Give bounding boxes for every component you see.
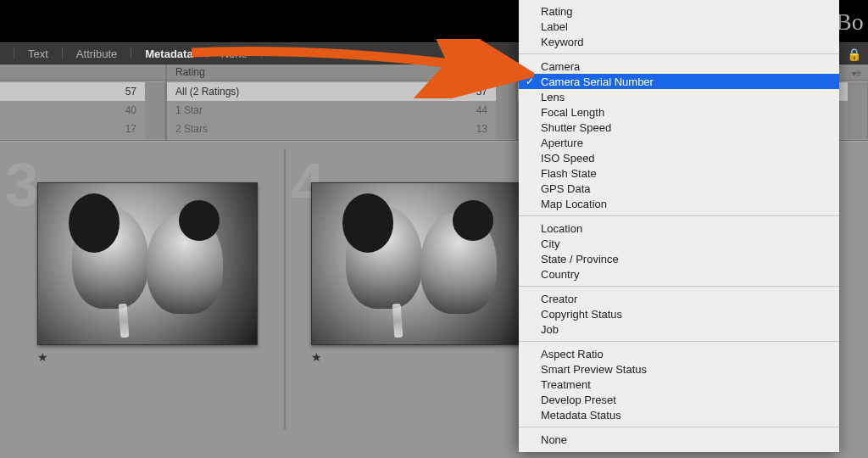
meta-col-rating: Rating All (2 Ratings)571 Star442 Stars1… (165, 64, 516, 140)
menu-item[interactable]: Metadata Status (519, 407, 839, 422)
row-label: 1 Star (175, 104, 460, 116)
rating-stars[interactable]: ★ (311, 350, 542, 364)
menu-item[interactable]: Label (519, 19, 839, 34)
menu-item[interactable]: City (519, 236, 839, 251)
filter-row[interactable]: 2 Stars13 (167, 120, 496, 138)
menu-separator (519, 427, 839, 427)
grid-cell[interactable]: 3 ★ (0, 148, 284, 429)
menu-item[interactable]: Focal Length (519, 104, 839, 120)
menu-item[interactable]: None (519, 432, 839, 447)
scrollbar-gutter[interactable] (145, 82, 165, 138)
menu-item[interactable]: Job (519, 321, 839, 337)
row-count: 40 (109, 104, 136, 116)
metadata-dropdown-menu: RatingLabelKeywordCameraCamera Serial Nu… (519, 0, 839, 452)
menu-item[interactable]: Flash State (519, 165, 839, 181)
row-count: 17 (109, 123, 136, 135)
rating-stars[interactable]: ★ (37, 350, 259, 364)
menu-item[interactable]: ISO Speed (519, 150, 839, 165)
filter-tab-metadata[interactable]: Metadata (145, 47, 192, 60)
filter-row[interactable]: 1 Star44 (167, 101, 496, 120)
divider (261, 47, 262, 59)
lock-icon: 🔒 (847, 47, 861, 61)
menu-item[interactable]: Develop Preset (519, 392, 839, 407)
divider (207, 47, 208, 59)
scrollbar-gutter[interactable] (496, 82, 516, 138)
col-header[interactable] (0, 64, 165, 81)
filter-row[interactable]: 40 (0, 101, 145, 120)
cell-index: 3 (5, 150, 39, 220)
menu-item[interactable]: Camera Serial Number (519, 74, 839, 89)
menu-item[interactable]: Creator (519, 291, 839, 306)
menu-separator (519, 53, 839, 54)
filter-row[interactable]: 17 (0, 120, 145, 138)
thumbnail[interactable] (37, 182, 258, 345)
filter-tab-attribute[interactable]: Attribute (76, 47, 117, 60)
menu-item[interactable]: State / Province (519, 251, 839, 266)
menu-item[interactable]: Shutter Speed (519, 120, 839, 135)
menu-item[interactable]: Smart Preview Status (519, 361, 839, 377)
col-header-label: Rating (175, 66, 205, 78)
menu-item[interactable]: Country (519, 266, 839, 282)
photo-content (312, 183, 531, 344)
meta-col-left: 574017 (0, 64, 165, 140)
divider (62, 47, 63, 59)
menu-item[interactable]: Rating (519, 3, 839, 19)
menu-item[interactable]: Copyright Status (519, 306, 839, 321)
scrollbar-gutter[interactable] (848, 82, 868, 138)
menu-item[interactable]: Camera (519, 59, 839, 74)
menu-item[interactable]: Keyword (519, 34, 839, 49)
menu-separator (519, 341, 839, 342)
filter-tab-none[interactable]: None (221, 47, 248, 60)
filter-row[interactable]: All (2 Ratings)57 (167, 82, 496, 101)
dropdown-icon[interactable]: ▾≡ (852, 69, 861, 78)
thumbnail[interactable] (311, 182, 531, 345)
col-header-rating[interactable]: Rating (167, 64, 516, 81)
divider (14, 47, 14, 59)
divider (131, 47, 131, 59)
photo-content (38, 183, 257, 344)
menu-separator (519, 215, 839, 216)
row-count: 57 (460, 86, 487, 98)
module-label: Boo (836, 8, 865, 36)
row-label: 2 Stars (175, 123, 460, 135)
menu-item[interactable]: Location (519, 221, 839, 236)
menu-item[interactable]: Treatment (519, 377, 839, 392)
menu-item[interactable]: Map Location (519, 196, 839, 211)
menu-item[interactable]: GPS Data (519, 181, 839, 196)
menu-item[interactable]: Aspect Ratio (519, 346, 839, 361)
menu-separator (519, 286, 839, 287)
menu-item[interactable]: Lens (519, 89, 839, 104)
row-count: 44 (460, 104, 487, 116)
row-label: All (2 Ratings) (175, 86, 460, 98)
menu-item[interactable]: Aperture (519, 135, 839, 150)
row-count: 57 (109, 86, 136, 98)
filter-row[interactable]: 57 (0, 82, 145, 101)
filter-tab-text[interactable]: Text (28, 47, 48, 60)
row-count: 13 (460, 123, 487, 135)
